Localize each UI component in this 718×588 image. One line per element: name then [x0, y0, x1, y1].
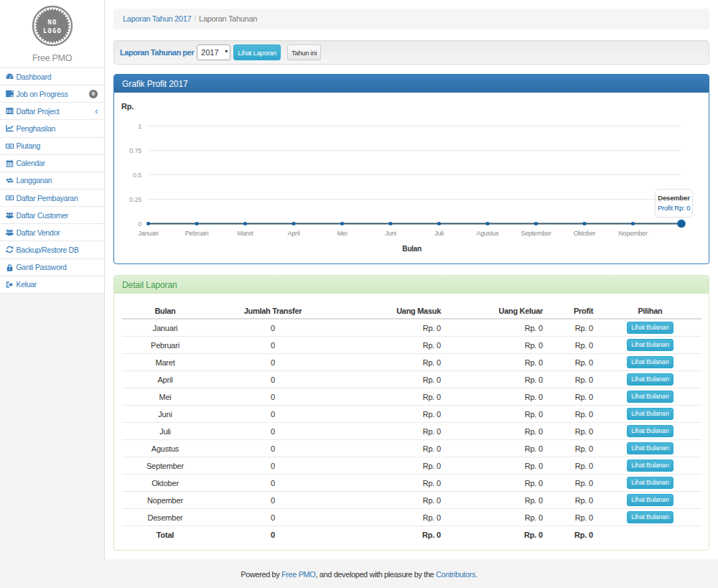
table-row-april: April0Rp. 0Rp. 0Rp. 0Lihat Bulanan [122, 371, 701, 388]
cell-bulan: Pebruari [122, 337, 208, 354]
lihat-bulanan-button[interactable]: Lihat Bulanan [627, 442, 673, 454]
cell-uang-masuk: Rp. 0 [337, 423, 447, 440]
x-axis-tick-label: Maret [237, 230, 253, 237]
lihat-bulanan-button[interactable]: Lihat Bulanan [627, 511, 673, 523]
year-select-wrap: 2017 ▾ [197, 45, 230, 60]
detail-table-body: BulanJumlah TransferUang MasukUang Kelua… [114, 294, 709, 550]
sidebar-item-piutang[interactable]: Piutang [0, 138, 104, 155]
cell-bulan: September [122, 457, 208, 475]
cell-profit: Rp. 0 [549, 388, 599, 406]
column-header-jumlah-transfer: Jumlah Transfer [208, 304, 337, 319]
cell-bulan: Desember [122, 509, 208, 526]
cell-profit: Rp. 0 [549, 423, 599, 440]
cell-jumlah-transfer: 0 [208, 388, 337, 406]
cell-uang-keluar: Rp. 0 [447, 423, 549, 440]
y-axis-tick-label: 1 [116, 123, 141, 130]
detail-report-table: BulanJumlah TransferUang MasukUang Kelua… [122, 304, 701, 543]
footer-link-contributors[interactable]: Contributors [436, 570, 475, 579]
cell-uang-masuk: Rp. 0 [337, 354, 447, 371]
year-select[interactable]: 2017 [197, 45, 230, 60]
cell-jumlah-transfer: 0 [208, 492, 337, 509]
sidebar-item-daftar-project[interactable]: Daftar Project‹ [0, 103, 104, 120]
cell-uang-keluar: Rp. 0 [447, 440, 549, 457]
users-icon [6, 228, 14, 236]
tahun-ini-button[interactable]: Tahun ini [287, 45, 321, 60]
refresh-icon [6, 246, 14, 253]
footer-text-suffix: . [475, 570, 477, 579]
sidebar-item-job-on-progress[interactable]: Job on Progress0 [0, 85, 104, 103]
cell-pilihan: Lihat Bulanan [599, 371, 701, 388]
chart-x-axis-title: Bulan [402, 245, 421, 253]
detail-panel-heading: Detail Laporan [114, 276, 709, 294]
lihat-bulanan-button[interactable]: Lihat Bulanan [627, 322, 673, 334]
sidebar-item-daftar-customer[interactable]: Daftar Customer [0, 207, 104, 224]
cell-jumlah-transfer: 0 [208, 319, 337, 337]
sidebar-item-daftar-pembayaran[interactable]: Daftar Pembayaran [0, 190, 104, 207]
line-chart-icon [6, 124, 14, 132]
y-axis-tick-label: 0.25 [116, 196, 141, 203]
cell-pilihan: Lihat Bulanan [599, 337, 701, 354]
footer-link-freepmo[interactable]: Free PMO [281, 570, 316, 579]
sidebar-item-langganan[interactable]: Langganan [0, 172, 104, 190]
lihat-laporan-button[interactable]: Lihat Laporan [233, 45, 281, 60]
cell-profit: Rp. 0 [549, 354, 599, 371]
cell-uang-masuk: Rp. 0 [337, 440, 447, 457]
lihat-bulanan-button[interactable]: Lihat Bulanan [627, 391, 673, 403]
cell-total-jumlah: 0 [208, 526, 337, 543]
sidebar-item-dashboard[interactable]: Dashboard [0, 68, 104, 85]
sidebar-item-label: Daftar Customer [17, 211, 69, 220]
sidebar-item-daftar-vendor[interactable]: Daftar Vendor [0, 224, 104, 241]
cell-pilihan: Lihat Bulanan [599, 457, 701, 475]
cell-jumlah-transfer: 0 [208, 509, 337, 526]
money-icon [6, 142, 14, 150]
cell-pilihan: Lihat Bulanan [599, 354, 701, 371]
cell-bulan: Januari [122, 319, 208, 337]
cell-uang-masuk: Rp. 0 [337, 492, 447, 509]
profit-chart-panel: Grafik Profit 2017 Rp. Desember Profit R… [113, 74, 709, 264]
sidebar-item-ganti-password[interactable]: Ganti Password [0, 259, 104, 276]
cell-uang-keluar: Rp. 0 [447, 354, 549, 371]
money-icon [6, 194, 14, 202]
lihat-bulanan-button[interactable]: Lihat Bulanan [627, 494, 673, 506]
sidebar-item-backup-restore-db[interactable]: Backup/Restore DB [0, 241, 104, 258]
sidebar-item-label: Langganan [17, 176, 52, 185]
cell-uang-keluar: Rp. 0 [447, 337, 549, 354]
cell-pilihan: Lihat Bulanan [599, 423, 701, 440]
sidebar-item-keluar[interactable]: Keluar [0, 276, 104, 294]
table-row-juni: Juni0Rp. 0Rp. 0Rp. 0Lihat Bulanan [122, 406, 701, 423]
breadcrumb-link-laporan-tahun[interactable]: Laporan Tahun 2017 [123, 14, 191, 23]
sidebar-item-penghasilan[interactable]: Penghasilan [0, 120, 104, 137]
x-axis-tick-label: April [287, 230, 299, 237]
lihat-bulanan-button[interactable]: Lihat Bulanan [627, 356, 673, 368]
breadcrumb: Laporan Tahun 2017/Laporan Tahunan [113, 9, 709, 29]
chevron-left-icon: ‹ [95, 107, 98, 116]
sidebar-item-calendar[interactable]: Calendar [0, 155, 104, 172]
lihat-bulanan-button[interactable]: Lihat Bulanan [627, 408, 673, 420]
no-logo-seal-icon: NOLOGO [32, 5, 73, 47]
lihat-bulanan-button[interactable]: Lihat Bulanan [627, 373, 673, 386]
cell-profit: Rp. 0 [549, 319, 599, 337]
lihat-bulanan-button[interactable]: Lihat Bulanan [627, 425, 673, 437]
cell-uang-keluar: Rp. 0 [447, 371, 549, 388]
y-axis-tick-label: 0.5 [116, 172, 141, 179]
cell-uang-masuk: Rp. 0 [337, 371, 447, 388]
y-axis-tick-label: 0 [116, 220, 141, 228]
chart-tooltip-value: Profit Rp: 0 [656, 204, 692, 213]
lihat-bulanan-button[interactable]: Lihat Bulanan [627, 339, 673, 351]
cell-bulan: Juli [122, 423, 208, 440]
chart-tooltip-title: Desember [656, 194, 692, 202]
cell-jumlah-transfer: 0 [208, 457, 337, 475]
table-row-september: September0Rp. 0Rp. 0Rp. 0Lihat Bulanan [122, 457, 701, 475]
table-row-maret: Maret0Rp. 0Rp. 0Rp. 0Lihat Bulanan [122, 354, 701, 371]
table-row-desember: Desember0Rp. 0Rp. 0Rp. 0Lihat Bulanan [122, 509, 701, 526]
cell-uang-masuk: Rp. 0 [337, 509, 447, 526]
cell-uang-masuk: Rp. 0 [337, 457, 447, 475]
breadcrumb-current: Laporan Tahunan [199, 14, 257, 23]
cell-jumlah-transfer: 0 [208, 440, 337, 457]
column-header-uang-keluar: Uang Keluar [447, 304, 549, 319]
lihat-bulanan-button[interactable]: Lihat Bulanan [627, 477, 673, 489]
lihat-bulanan-button[interactable]: Lihat Bulanan [627, 459, 673, 472]
x-axis-tick-label: Juli [434, 230, 444, 237]
cell-jumlah-transfer: 0 [208, 423, 337, 440]
cell-bulan: Nopember [122, 492, 208, 509]
